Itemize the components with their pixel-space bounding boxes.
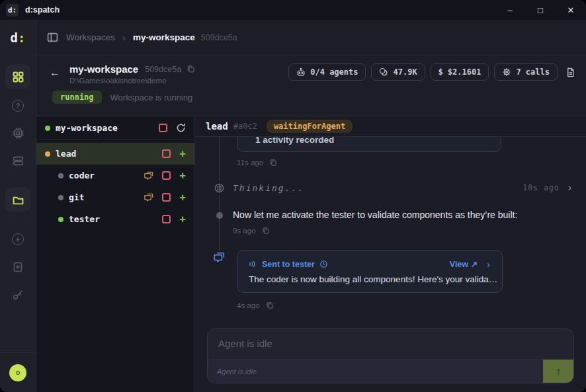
- send-button[interactable]: ↑: [543, 360, 573, 383]
- agent-tree: my-workspace: [36, 116, 195, 392]
- breadcrumb-id: 509dce5a: [201, 33, 237, 42]
- add-agent-icon[interactable]: +: [179, 171, 186, 180]
- add-agent-icon[interactable]: +: [179, 149, 186, 158]
- message-meta: 9s ago: [233, 227, 270, 235]
- import-icon[interactable]: [13, 262, 23, 272]
- calls-stat-value: 7 calls: [516, 67, 550, 77]
- chevron-right-icon[interactable]: ›: [568, 184, 571, 192]
- status-text: Workspace is running: [110, 93, 193, 102]
- workspace-header: ← my-workspace 509dce5a D:\Games\oakisno: [36, 56, 586, 116]
- view-link[interactable]: View ↗: [450, 259, 478, 269]
- sent-message-card[interactable]: Sent to tester View ↗ ›: [237, 250, 503, 293]
- close-icon[interactable]: ✕: [556, 0, 586, 20]
- workspace-stats: 0/4 agents 47.9K $ $2.1: [288, 63, 575, 81]
- dollar-icon: $: [439, 67, 443, 77]
- status-dot: [45, 151, 50, 157]
- stop-icon[interactable]: [162, 171, 171, 180]
- agent-name: git: [69, 192, 84, 202]
- minimize-icon[interactable]: –: [495, 0, 525, 20]
- agents-stat: 0/4 agents: [288, 63, 366, 81]
- app-window: d: d:spatch – □ ✕ d: ?: [0, 0, 586, 392]
- arrow-up-right-icon: ↗: [471, 260, 478, 269]
- activity-card[interactable]: 1 activity recorded: [237, 137, 501, 152]
- status-dot: [58, 173, 63, 178]
- plus-glyph: +: [16, 235, 20, 243]
- chat-bubbles-icon[interactable]: [144, 171, 153, 180]
- sent-message-preview: The coder is now building all components…: [237, 269, 502, 284]
- breadcrumb-workspaces[interactable]: Workspaces: [66, 32, 115, 42]
- status-badge: running: [52, 91, 102, 104]
- timestamp: 11s ago: [237, 159, 263, 167]
- message-bullet: [216, 212, 223, 219]
- clock-icon: [319, 260, 328, 268]
- chevron-right-icon[interactable]: ›: [487, 260, 490, 268]
- workspace-name: my-workspace: [69, 63, 138, 75]
- message-meta: 4s ago: [237, 301, 274, 309]
- cost-stat-value: $2.1601: [448, 67, 481, 77]
- agent-name: tester: [69, 214, 100, 224]
- copy-icon[interactable]: [269, 159, 277, 167]
- stop-icon[interactable]: [162, 193, 171, 202]
- chat-agent-id: #a0c2: [233, 122, 257, 131]
- chat-bubbles-icon: [212, 251, 226, 264]
- view-label: View: [450, 260, 468, 269]
- help-icon[interactable]: ?: [12, 100, 24, 112]
- cpu-icon[interactable]: [13, 128, 24, 139]
- chat-header: lead #a0c2 waitingForAgent: [195, 116, 586, 137]
- status-dot: [45, 126, 50, 131]
- sent-to-label: Sent to tester: [262, 260, 315, 269]
- thinking-label: Thinking...: [233, 183, 304, 193]
- logo-letter: d: [8, 6, 13, 15]
- message-input[interactable]: [208, 329, 573, 359]
- tree-row-tester[interactable]: tester +: [36, 208, 194, 230]
- chat-pane: lead #a0c2 waitingForAgent 1 activity re…: [195, 116, 586, 392]
- chat-agent-name: lead: [206, 121, 228, 132]
- agent-name: coder: [69, 171, 95, 180]
- folder-icon[interactable]: [5, 187, 30, 212]
- timestamp: 10s ago: [523, 183, 559, 192]
- coins-icon: [379, 67, 388, 77]
- back-icon[interactable]: ←: [50, 67, 60, 79]
- timestamp: 9s ago: [233, 227, 256, 235]
- copy-icon[interactable]: [262, 227, 270, 235]
- tree-row-coder[interactable]: coder +: [36, 165, 194, 186]
- server-icon[interactable]: [13, 155, 24, 167]
- help-glyph: ?: [16, 102, 21, 110]
- document-icon[interactable]: [565, 67, 575, 77]
- refresh-icon[interactable]: [176, 123, 186, 133]
- message-meta: 11s ago: [237, 159, 277, 167]
- key-icon[interactable]: [13, 290, 23, 300]
- agent-message-text: Now let me activate the tester to valida…: [233, 210, 517, 220]
- broadcast-icon: [249, 260, 257, 268]
- calls-stat: 7 calls: [494, 63, 558, 81]
- avatar[interactable]: o: [9, 364, 26, 381]
- chat-bubbles-icon[interactable]: [144, 192, 153, 202]
- breadcrumb-current[interactable]: my-workspace: [133, 32, 195, 42]
- maximize-icon[interactable]: □: [525, 0, 556, 20]
- tree-row-lead[interactable]: lead +: [36, 143, 194, 165]
- copy-icon[interactable]: [187, 65, 195, 73]
- composer-bar: Agent is idle ↑: [208, 359, 573, 383]
- chevron-right-icon: ›: [122, 32, 126, 43]
- copy-icon[interactable]: [266, 301, 274, 309]
- message-list[interactable]: 1 activity recorded 11s ago: [195, 137, 586, 329]
- tokens-stat: 47.9K: [371, 63, 425, 81]
- stop-icon[interactable]: [162, 149, 171, 158]
- agent-state-badge: waitingForAgent: [267, 120, 353, 133]
- status-dot: [58, 195, 63, 200]
- grid-icon[interactable]: [5, 64, 30, 89]
- stop-icon[interactable]: [162, 215, 171, 223]
- sidebar-logo: d:: [11, 30, 26, 45]
- tree-root-row[interactable]: my-workspace: [36, 116, 194, 140]
- left-rail: d: ?: [0, 20, 36, 392]
- add-agent-icon[interactable]: +: [179, 193, 186, 202]
- add-agent-icon[interactable]: +: [179, 215, 186, 223]
- tree-row-git[interactable]: git +: [36, 186, 194, 208]
- add-icon[interactable]: +: [12, 233, 24, 245]
- agent-name: lead: [56, 149, 76, 159]
- activity-card-text: 1 activity recorded: [255, 137, 334, 145]
- robot-icon: [296, 67, 306, 77]
- panel-toggle-icon[interactable]: [47, 32, 58, 43]
- tokens-stat-value: 47.9K: [393, 67, 417, 77]
- stop-icon[interactable]: [159, 124, 167, 132]
